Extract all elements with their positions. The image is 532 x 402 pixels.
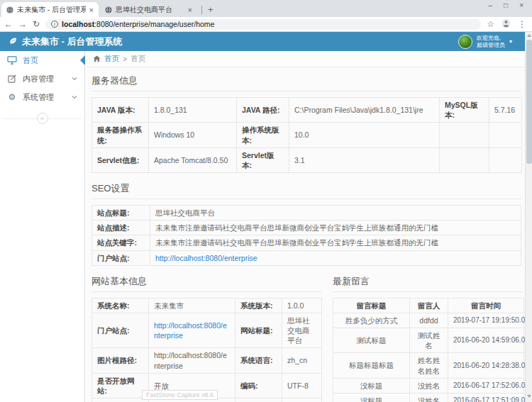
field-label: 系统版本:: [235, 298, 282, 313]
brand-title: 未来集市 - 后台管理系统: [22, 35, 123, 48]
field-value: 未来集市注册邀请码社交电商平台思埠新微商创业平台宝妈学生上班族都通用的无门槛: [150, 235, 521, 250]
field-label: 网站标题:: [235, 313, 282, 348]
brand[interactable]: 未来集市 - 后台管理系统: [0, 35, 123, 48]
table-row: 标题标题标题 姓名姓名姓名 2016-06-20 14:28:38.0: [333, 353, 524, 378]
page-info-icon[interactable]: i: [51, 21, 58, 28]
maximize-button[interactable]: □: [504, 1, 508, 9]
sidebar: 首页 内容管理 ⚙ 系统管理 «: [0, 51, 85, 402]
field-value: 5.7.16: [489, 98, 522, 123]
sidebar-item-label: 首页: [23, 55, 77, 66]
sidebar-item-content-mgmt[interactable]: 内容管理: [0, 69, 84, 88]
messages-table: 留言标题 留言人 留言时间 胜多负少的方式 ddfdd 2019-07-17 1…: [333, 298, 524, 402]
site-info-table: 系统名称: 未来集市 系统版本: 1.0.0 门户站点: http://loca…: [92, 298, 322, 402]
message-author: 没姓名: [410, 393, 448, 402]
window-close-button[interactable]: ×: [519, 1, 523, 9]
field-value: 未来集市注册邀请码社交电商平台思埠新微商创业平台宝妈学生上班族都通用的无门槛: [150, 220, 521, 235]
table-row: JAVA 版本: 1.8.0_131 JAVA 路径: C:\Program F…: [92, 98, 522, 123]
section-site-info: 网站基本信息 系统名称: 未来集市 系统版本: 1.0.0 门户站点: http…: [92, 275, 321, 402]
sidebar-item-system-mgmt[interactable]: ⚙ 系统管理: [0, 88, 84, 106]
section-divider: [92, 91, 521, 91]
forward-icon[interactable]: →: [18, 20, 27, 28]
portal-link[interactable]: http://localhost:8080/enterprise: [154, 321, 227, 340]
table-row: 胜多负少的方式 ddfdd 2019-07-17 19:19:50.0: [333, 313, 524, 328]
minimize-button[interactable]: –: [489, 1, 493, 9]
message-title: 标题标题标题: [333, 353, 410, 378]
welcome-text: 欢迎光临, 超级管理员: [477, 35, 505, 49]
field-value: http://localhost:8080/enterprise: [149, 348, 235, 373]
tab-close-icon[interactable]: ×: [188, 6, 192, 14]
field-label: 服务器操作系统:: [92, 123, 149, 147]
tab-divider: [201, 6, 202, 14]
table-row: 门户站点: http://localhost:8080/enterprise 网…: [92, 313, 322, 348]
address-bar[interactable]: i localhost:8080/enterprise/manage/user/…: [45, 19, 481, 30]
message-title: 胜多负少的方式: [333, 313, 410, 328]
bookmark-star-icon[interactable]: ☆: [487, 19, 494, 29]
table-row: 图片根路径: http://localhost:8080/enterprise …: [92, 348, 322, 373]
breadcrumb-home-link[interactable]: 首页: [104, 54, 119, 64]
scrollbar-down-arrow[interactable]: [527, 395, 531, 398]
table-row: 系统名称: 未来集市 系统版本: 1.0.0: [92, 298, 322, 313]
section-divider: [92, 199, 521, 199]
message-author: 姓名姓名姓名: [410, 353, 448, 378]
table-row: 没标题 没姓名 2016-06-17 17:51:09.0: [333, 393, 524, 402]
gear-icon: ⚙: [7, 93, 17, 102]
scrollbar-thumb[interactable]: [526, 40, 532, 164]
message-title: 没标题: [333, 393, 410, 402]
home-icon: [93, 55, 101, 62]
scrollbar[interactable]: [525, 32, 532, 402]
browser-toolbar: ← → ↻ i localhost:8080/enterprise/manage…: [0, 17, 532, 32]
field-value: 1.0.0: [282, 298, 322, 313]
toolbar-right: ☆ ⋮: [487, 18, 528, 30]
field-label: 传真:: [235, 398, 282, 402]
field-value: http://localhost:8080/enterprise: [150, 250, 521, 265]
field-value: 思埠社交电商平台: [150, 206, 521, 220]
field-label: 站点关键字:: [92, 235, 150, 250]
scrollbar-up-arrow[interactable]: [527, 34, 531, 37]
field-label: Servlet版本:: [237, 147, 289, 172]
sidebar-item-label: 内容管理: [23, 74, 66, 84]
reload-icon[interactable]: ↻: [33, 20, 40, 28]
desktop-icon: [7, 56, 17, 65]
welcome-line1: 欢迎光临,: [477, 35, 501, 41]
field-label: 图片根路径:: [92, 348, 149, 373]
main-content: 首页 > 首页 服务器信息 JAVA 版本: 1.8.0_131 JAVA 路径…: [86, 51, 525, 402]
browser-menu-icon[interactable]: ⋮: [518, 19, 526, 29]
profile-icon[interactable]: [501, 18, 511, 30]
user-avatar: [458, 35, 472, 49]
field-label: MySQL版本:: [440, 98, 489, 123]
table-row: Servlet信息: Apache Tomcat/8.0.50 Servlet版…: [92, 147, 522, 172]
portal-link[interactable]: http://localhost:8080/enterprise: [155, 254, 257, 262]
sidebar-collapse-button[interactable]: «: [37, 113, 48, 124]
table-row: 站点标题: 思埠社交电商平台: [92, 206, 521, 220]
sidebar-item-home[interactable]: 首页: [0, 51, 84, 69]
breadcrumb: 首页 > 首页: [86, 51, 525, 67]
table-row: 站点关键字: 未来集市注册邀请码社交电商平台思埠新微商创业平台宝妈学生上班族都通…: [92, 235, 521, 250]
message-author: 测试姓名: [410, 328, 448, 353]
url-host: localhost: [62, 20, 94, 28]
field-label: JAVA 路径:: [237, 98, 289, 123]
browser-tab-admin[interactable]: 未来集市 - 后台管理系统 ×: [1, 2, 99, 17]
field-value: 未来集市: [149, 298, 235, 313]
message-time: 2019-07-17 19:19:50.0: [448, 313, 524, 328]
tab-close-icon[interactable]: ×: [89, 6, 94, 14]
field-label: 编码:: [235, 373, 282, 398]
field-label: 是否开放网站:: [92, 373, 149, 398]
section-server-info: 服务器信息 JAVA 版本: 1.8.0_131 JAVA 路径: C:\Pro…: [92, 74, 521, 173]
message-time: 2016-06-20 14:59:06.0: [448, 328, 524, 353]
field-label-empty: [440, 147, 489, 172]
section-title: 服务器信息: [92, 74, 521, 87]
section-title: 最新留言: [333, 275, 523, 288]
field-value: C:\Program Files\Java\jdk1.8.0_131\jre: [289, 98, 440, 123]
browser-tab-portal[interactable]: 思埠社交电商平台 ×: [100, 2, 197, 17]
sidebar-item-label: 系统管理: [23, 92, 66, 103]
browser-tab-strip: 未来集市 - 后台管理系统 × 思埠社交电商平台 × + – □ ×: [0, 0, 532, 17]
column-header: 留言时间: [448, 298, 524, 313]
server-info-table: JAVA 版本: 1.8.0_131 JAVA 路径: C:\Program F…: [92, 97, 522, 173]
user-menu[interactable]: 欢迎光临, 超级管理员 ▾: [458, 35, 525, 49]
table-header-row: 留言标题 留言人 留言时间: [333, 298, 524, 313]
field-value: Apache Tomcat/8.0.50: [149, 147, 237, 172]
new-tab-button[interactable]: +: [205, 4, 216, 15]
breadcrumb-separator: >: [123, 55, 127, 63]
back-icon[interactable]: ←: [4, 20, 13, 28]
tab-title: 未来集市 - 后台管理系统: [17, 5, 86, 15]
